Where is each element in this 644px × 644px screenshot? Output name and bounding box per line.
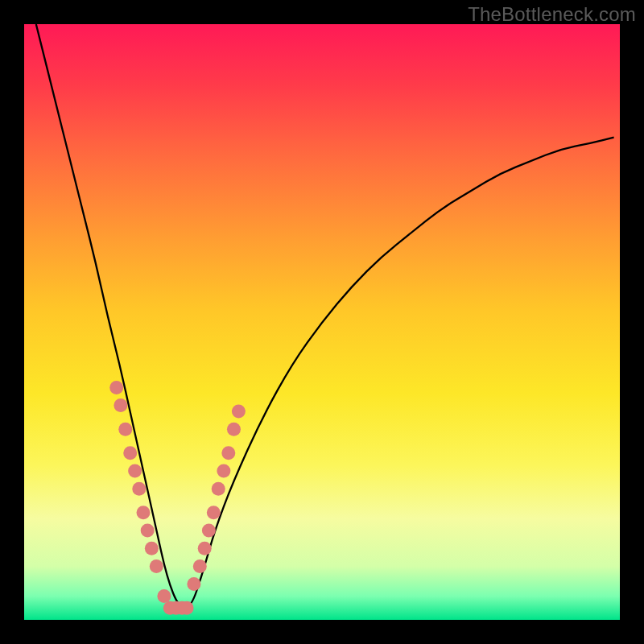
- scatter-dots: [109, 381, 246, 615]
- data-point: [187, 577, 200, 591]
- data-point: [221, 446, 235, 460]
- data-point: [157, 589, 171, 603]
- data-point: [123, 446, 137, 460]
- data-point: [212, 482, 225, 496]
- chart-frame: TheBottleneck.com: [0, 0, 644, 644]
- data-point: [180, 601, 194, 615]
- data-point: [217, 464, 230, 478]
- curve-layer: [24, 24, 620, 620]
- data-point: [207, 506, 221, 519]
- data-point: [232, 405, 246, 419]
- data-point: [114, 398, 127, 412]
- bottleneck-curve: [36, 24, 614, 608]
- data-point: [227, 423, 241, 436]
- plot-area: [24, 24, 620, 620]
- watermark-text: TheBottleneck.com: [468, 3, 636, 26]
- data-point: [193, 559, 207, 573]
- data-point: [118, 423, 132, 436]
- data-point: [128, 464, 142, 478]
- data-point: [109, 381, 123, 394]
- data-point: [137, 506, 151, 519]
- data-point: [202, 524, 216, 538]
- data-point: [132, 482, 146, 496]
- data-point: [198, 542, 212, 555]
- data-point: [150, 559, 163, 573]
- data-point: [145, 542, 159, 555]
- data-point: [141, 524, 155, 538]
